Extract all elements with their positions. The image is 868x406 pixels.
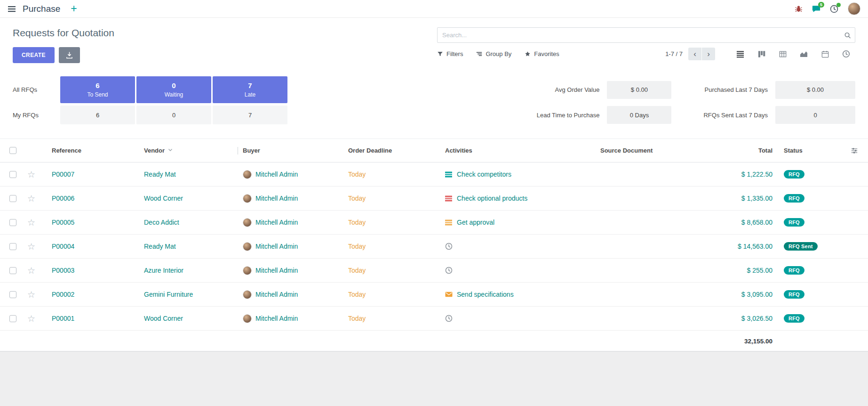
favorite-star-icon[interactable]: ☆ bbox=[27, 314, 35, 324]
reference-link[interactable]: P00006 bbox=[52, 195, 74, 202]
buyer-link[interactable]: Mitchell Admin bbox=[255, 315, 298, 322]
column-header-order-deadline[interactable]: Order Deadline bbox=[343, 139, 440, 162]
order-deadline-value: Today bbox=[348, 219, 366, 226]
envelope-icon[interactable] bbox=[445, 291, 453, 298]
reference-link[interactable]: P00001 bbox=[52, 315, 74, 322]
buyer-link[interactable]: Mitchell Admin bbox=[255, 243, 298, 250]
favorite-star-icon[interactable]: ☆ bbox=[27, 218, 35, 227]
reference-link[interactable]: P00002 bbox=[52, 291, 74, 298]
waiting-card[interactable]: 0 Waiting bbox=[136, 76, 211, 103]
table-row[interactable]: ☆ P00003 Azure Interior Mitchell Admin T… bbox=[0, 259, 868, 283]
my-to-send-count[interactable]: 6 bbox=[60, 106, 135, 124]
create-button[interactable]: CREATE bbox=[13, 47, 55, 63]
group-by-button[interactable]: Group By bbox=[476, 50, 511, 57]
column-header-activities[interactable]: Activities bbox=[440, 139, 596, 162]
select-all-checkbox[interactable] bbox=[9, 147, 16, 154]
reference-link[interactable]: P00004 bbox=[52, 243, 74, 250]
calendar-view-icon[interactable] bbox=[816, 48, 834, 60]
row-checkbox[interactable] bbox=[9, 171, 16, 178]
row-checkbox[interactable] bbox=[9, 291, 16, 298]
vendor-link[interactable]: Ready Mat bbox=[144, 171, 176, 178]
vendor-link[interactable]: Azure Interior bbox=[144, 267, 183, 274]
favorites-label: Favorites bbox=[534, 50, 559, 57]
row-checkbox[interactable] bbox=[9, 315, 16, 322]
column-header-reference[interactable]: Reference bbox=[45, 139, 139, 162]
graph-view-icon[interactable] bbox=[795, 48, 813, 60]
column-header-total[interactable]: Total bbox=[709, 139, 779, 162]
activity-label[interactable]: Check competitors bbox=[457, 171, 511, 178]
table-row[interactable]: ☆ P00006 Wood Corner Mitchell Admin Toda… bbox=[0, 187, 868, 211]
pager-previous-icon[interactable]: ‹ bbox=[688, 48, 701, 60]
row-checkbox[interactable] bbox=[9, 219, 16, 226]
activity-label[interactable]: Get approval bbox=[457, 219, 494, 226]
buyer-link[interactable]: Mitchell Admin bbox=[255, 171, 298, 178]
buyer-link[interactable]: Mitchell Admin bbox=[255, 219, 298, 226]
vendor-link[interactable]: Wood Corner bbox=[144, 195, 183, 202]
reference-link[interactable]: P00005 bbox=[52, 219, 74, 226]
clock-icon[interactable] bbox=[445, 243, 453, 250]
new-tab-button[interactable]: + bbox=[71, 3, 77, 14]
favorites-button[interactable]: Favorites bbox=[525, 50, 559, 57]
reference-link[interactable]: P00007 bbox=[52, 171, 74, 178]
search-input[interactable] bbox=[438, 28, 855, 42]
row-checkbox[interactable] bbox=[9, 243, 16, 250]
apps-menu-icon[interactable] bbox=[8, 5, 16, 13]
vendor-link[interactable]: Wood Corner bbox=[144, 315, 183, 322]
table-row[interactable]: ☆ P00001 Wood Corner Mitchell Admin Toda… bbox=[0, 307, 868, 331]
pager-next-icon[interactable]: › bbox=[702, 48, 715, 60]
favorite-star-icon[interactable]: ☆ bbox=[27, 266, 35, 276]
favorite-star-icon[interactable]: ☆ bbox=[27, 194, 35, 203]
column-header-vendor[interactable]: Vendor bbox=[139, 139, 238, 162]
activity-view-icon[interactable] bbox=[837, 48, 855, 60]
favorite-star-icon[interactable]: ☆ bbox=[27, 170, 35, 179]
reference-link[interactable]: P00003 bbox=[52, 267, 74, 274]
total-amount: $ 14,563.00 bbox=[738, 243, 772, 250]
tasks-icon[interactable] bbox=[445, 219, 453, 226]
clock-icon[interactable] bbox=[445, 315, 453, 322]
late-card[interactable]: 7 Late bbox=[213, 76, 287, 103]
kanban-view-icon[interactable] bbox=[752, 48, 771, 60]
messages-icon[interactable]: 5 bbox=[812, 5, 820, 13]
buyer-link[interactable]: Mitchell Admin bbox=[255, 291, 298, 298]
tasks-icon[interactable] bbox=[445, 195, 453, 202]
table-row[interactable]: ☆ P00004 Ready Mat Mitchell Admin Today … bbox=[0, 235, 868, 259]
buyer-avatar bbox=[243, 266, 252, 275]
pivot-view-icon[interactable] bbox=[773, 48, 792, 60]
table-row[interactable]: ☆ P00005 Deco Addict Mitchell Admin Toda… bbox=[0, 211, 868, 235]
buyer-link[interactable]: Mitchell Admin bbox=[255, 195, 298, 202]
order-deadline-value: Today bbox=[348, 243, 366, 250]
filters-button[interactable]: Filters bbox=[437, 50, 463, 57]
table-row[interactable]: ☆ P00007 Ready Mat Mitchell Admin Today … bbox=[0, 162, 868, 187]
favorite-star-icon[interactable]: ☆ bbox=[27, 290, 35, 300]
search-icon[interactable] bbox=[844, 32, 851, 39]
vendor-link[interactable]: Deco Addict bbox=[144, 219, 179, 226]
top-navbar: Purchase + 5 bbox=[0, 0, 868, 18]
optional-columns-icon[interactable] bbox=[845, 147, 863, 154]
app-name[interactable]: Purchase bbox=[23, 4, 60, 14]
tasks-icon[interactable] bbox=[445, 171, 453, 178]
vendor-link[interactable]: Gemini Furniture bbox=[144, 291, 193, 298]
activity-label[interactable]: Check optional products bbox=[457, 195, 527, 202]
buyer-link[interactable]: Mitchell Admin bbox=[255, 267, 298, 274]
table-row[interactable]: ☆ P00002 Gemini Furniture Mitchell Admin… bbox=[0, 283, 868, 307]
export-download-button[interactable] bbox=[59, 47, 80, 63]
user-avatar[interactable] bbox=[848, 2, 860, 15]
rfq-table-body: ☆ P00007 Ready Mat Mitchell Admin Today … bbox=[0, 162, 868, 331]
clock-icon[interactable] bbox=[445, 267, 453, 274]
column-header-buyer[interactable]: Buyer bbox=[238, 139, 343, 162]
debug-bug-icon[interactable] bbox=[795, 5, 803, 13]
activity-label[interactable]: Send specifications bbox=[457, 291, 514, 298]
column-header-source-document[interactable]: Source Document bbox=[596, 139, 709, 162]
row-checkbox[interactable] bbox=[9, 267, 16, 274]
my-waiting-count[interactable]: 0 bbox=[136, 106, 211, 124]
my-late-count[interactable]: 7 bbox=[213, 106, 287, 124]
row-checkbox[interactable] bbox=[9, 195, 16, 202]
vendor-link[interactable]: Ready Mat bbox=[144, 243, 176, 250]
favorite-star-icon[interactable]: ☆ bbox=[27, 242, 35, 252]
messages-count-badge: 5 bbox=[818, 2, 824, 8]
activities-clock-icon[interactable] bbox=[830, 5, 838, 13]
list-view-icon[interactable] bbox=[731, 48, 749, 60]
to-send-card[interactable]: 6 To Send bbox=[60, 76, 135, 103]
download-icon bbox=[66, 52, 73, 59]
column-header-status[interactable]: Status bbox=[779, 139, 840, 162]
